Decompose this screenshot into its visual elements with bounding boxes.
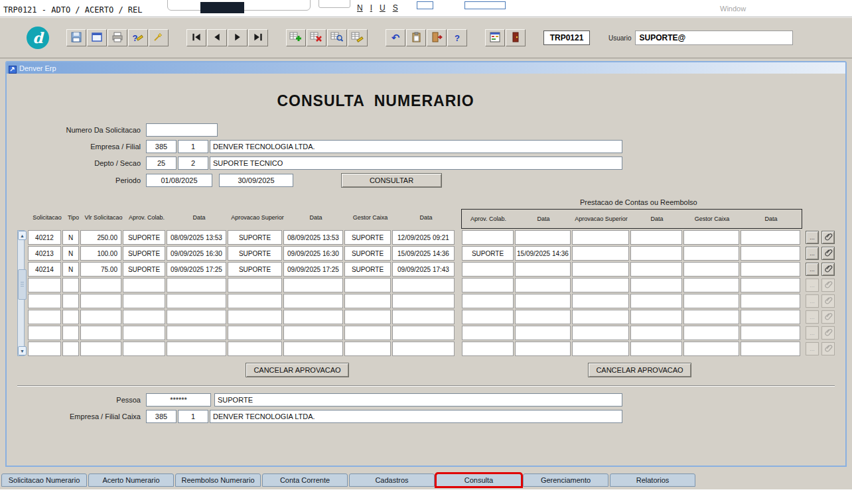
help-button[interactable]: ? (447, 29, 467, 46)
periodo-to-field[interactable]: 30/09/2025 (219, 174, 293, 187)
grid-cell[interactable] (80, 342, 121, 356)
paste-button[interactable] (406, 29, 426, 46)
row-more-button[interactable]: ... (806, 231, 819, 244)
grid-cell[interactable]: SUPORTE (344, 246, 391, 261)
consultar-button[interactable]: CONSULTAR (341, 173, 442, 188)
grid-cell[interactable] (683, 294, 739, 308)
grid-cell[interactable]: SUPORTE (462, 246, 514, 261)
grid-cell[interactable]: 09/09/2025 17:43 (392, 262, 455, 277)
user-field[interactable]: SUPORTE@ (635, 31, 793, 45)
numero-field[interactable] (146, 123, 218, 137)
grid-cell[interactable] (683, 310, 739, 324)
attachment-button[interactable] (821, 263, 835, 276)
grid-cell[interactable]: 15/09/2025 14:36 (392, 246, 455, 261)
report-button[interactable] (485, 29, 505, 46)
grid-cell[interactable] (344, 326, 391, 340)
grid-cell[interactable]: 250.00 (80, 230, 121, 245)
grid-cell[interactable]: 09/09/2025 17:25 (283, 262, 343, 277)
grid-cell[interactable] (283, 278, 343, 292)
grid-cell[interactable] (683, 278, 739, 292)
grid-cell[interactable]: SUPORTE (228, 230, 282, 245)
grid-cell[interactable] (80, 278, 121, 292)
grid-cell[interactable] (630, 278, 682, 292)
grid-cell[interactable] (62, 326, 79, 340)
help-edit-button[interactable]: ? (128, 29, 148, 46)
grid-cell[interactable] (228, 278, 282, 292)
grid-cell[interactable] (344, 294, 391, 308)
grid-cell[interactable] (630, 326, 682, 340)
grid-cell[interactable] (462, 278, 514, 292)
grid-cell[interactable] (462, 342, 514, 356)
grid-cell[interactable] (572, 230, 629, 245)
grid-cell[interactable] (283, 342, 343, 356)
checkbox-2[interactable] (464, 1, 506, 9)
grid-cell[interactable] (683, 262, 739, 277)
grid-cell[interactable] (392, 310, 455, 324)
checkbox-1[interactable] (417, 1, 433, 9)
grid-cell[interactable]: SUPORTE (123, 262, 165, 277)
grid-cell[interactable] (630, 246, 682, 261)
grid-cell[interactable] (630, 294, 682, 308)
grid-cell[interactable]: 08/09/2025 13:53 (167, 230, 226, 245)
tab-acerto-numerario[interactable]: Acerto Numerario (88, 473, 174, 487)
grid-cell[interactable] (741, 246, 800, 261)
grid-cell[interactable] (228, 294, 282, 308)
grid-cell[interactable] (344, 310, 391, 324)
grid-cell[interactable] (28, 278, 61, 292)
grid-cell[interactable] (630, 230, 682, 245)
tab-consulta[interactable]: Consulta (436, 473, 522, 487)
grid-cell[interactable] (462, 294, 514, 308)
grid-cell[interactable] (392, 294, 455, 308)
grid-cell[interactable] (462, 262, 514, 277)
grid-cell[interactable] (572, 262, 629, 277)
save-button[interactable] (66, 29, 86, 46)
grid-cell[interactable] (572, 278, 629, 292)
grid-cell[interactable] (683, 230, 739, 245)
grid-cell[interactable]: SUPORTE (344, 230, 391, 245)
row-more-button[interactable]: ... (806, 247, 819, 260)
tab-gerenciamento[interactable]: Gerenciamento (523, 473, 608, 487)
grid-cell[interactable] (515, 310, 571, 324)
grid-cell[interactable]: 15/09/2025 14:36 (515, 246, 571, 261)
grid-cell[interactable] (683, 326, 739, 340)
grid-cell[interactable] (123, 326, 165, 340)
attachment-button[interactable] (821, 231, 835, 244)
undo-button[interactable]: ↶ (386, 29, 405, 46)
nav-prev-button[interactable] (207, 29, 227, 46)
grid-cell[interactable]: SUPORTE (123, 230, 165, 245)
grid-cell[interactable]: 100.00 (80, 246, 121, 261)
wand-button[interactable] (149, 29, 169, 46)
grid-cell[interactable] (741, 230, 800, 245)
grid-cell[interactable]: 12/09/2025 09:21 (392, 230, 455, 245)
window-button[interactable] (87, 29, 107, 46)
grid-cell[interactable]: SUPORTE (123, 246, 165, 261)
caixa-code-field[interactable]: 385 (146, 410, 177, 423)
grid-cell[interactable]: 40214 (28, 262, 61, 277)
grid-cell[interactable] (741, 342, 800, 356)
grid-cell[interactable] (167, 310, 226, 324)
grid-cell[interactable] (630, 262, 682, 277)
tab-reembolso-numerario[interactable]: Reembolso Numerario (175, 473, 261, 487)
grid-cell[interactable] (228, 326, 282, 340)
grid-cell[interactable]: N (62, 262, 79, 277)
grid-cell[interactable] (123, 342, 165, 356)
grid-cell[interactable] (630, 310, 682, 324)
grid-cell[interactable] (123, 294, 165, 308)
attachment-button[interactable] (821, 247, 835, 260)
grid-cell[interactable] (283, 326, 343, 340)
grid-cell[interactable] (683, 246, 739, 261)
tab-relatorios[interactable]: Relatorios (610, 473, 695, 487)
grid-cell[interactable]: 09/09/2025 16:30 (167, 246, 226, 261)
grid-cell[interactable] (80, 310, 121, 324)
grid-cell[interactable] (741, 294, 800, 308)
delete-record-button[interactable] (307, 29, 326, 46)
grid-cell[interactable] (28, 310, 61, 324)
grid-cell[interactable] (572, 342, 629, 356)
grid-cell[interactable] (167, 342, 226, 356)
grid-cell[interactable] (741, 310, 800, 324)
exit-app-button[interactable] (506, 29, 526, 46)
nav-last-button[interactable] (248, 29, 268, 46)
grid-cell[interactable]: 40213 (28, 246, 61, 261)
nav-next-button[interactable] (228, 29, 248, 46)
grid-cell[interactable] (572, 246, 629, 261)
